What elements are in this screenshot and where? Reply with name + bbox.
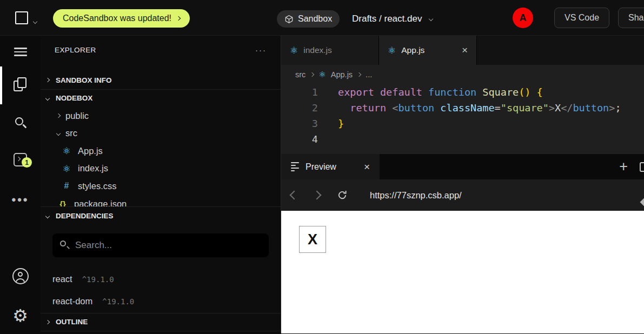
account-button[interactable] (0, 264, 41, 288)
dependency-row-react-dom[interactable]: react-dom ^19.1.0 (41, 290, 281, 312)
chevron-right-icon (45, 78, 50, 82)
breadcrumb-folder[interactable]: src (295, 70, 306, 79)
preview-content: X (281, 211, 644, 333)
sparkle-icon[interactable] (640, 198, 644, 207)
chevron-right-icon (357, 72, 361, 76)
tree-item-label: src (65, 128, 77, 138)
react-file-icon: ⚛ (318, 70, 326, 79)
workspace-menu-chevron[interactable] (34, 16, 37, 25)
project-breadcrumb[interactable]: Drafts / react.dev (352, 11, 433, 27)
tree-item-app-js[interactable]: ⚛ App.js (41, 142, 281, 160)
section-nodebox[interactable]: NODEBOX (41, 90, 281, 108)
close-icon[interactable]: × (364, 161, 370, 173)
sandbox-badge-label: Sandbox (298, 14, 332, 24)
explorer-view-button[interactable] (0, 72, 41, 96)
layout-icon[interactable] (640, 162, 644, 172)
tree-item-index-js[interactable]: ⚛ index.js (41, 160, 281, 178)
preview-tab-label: Preview (306, 162, 336, 172)
square-button[interactable]: X (299, 226, 326, 253)
terminal-view-button[interactable]: 1 (0, 148, 41, 171)
chevron-right-icon (56, 113, 61, 118)
sandbox-badge[interactable]: Sandbox (277, 10, 340, 28)
breadcrumb-more[interactable]: ... (366, 70, 372, 79)
dependency-version: ^19.1.0 (102, 297, 134, 306)
react-file-icon: ⚛ (61, 163, 72, 174)
tab-app-js[interactable]: ⚛ App.js × (379, 36, 477, 65)
activity-bar: 1 ••• ⚙ (0, 36, 41, 333)
tree-item-public[interactable]: public (41, 107, 281, 125)
code-editor[interactable]: 1234 export default function Square() { … (281, 84, 644, 154)
update-banner[interactable]: CodeSandbox was updated! (53, 9, 190, 28)
section-label: SANDBOX INFO (56, 76, 112, 84)
section-label: NODEBOX (56, 94, 92, 102)
section-dependencies[interactable]: DEPENDENCIES (41, 207, 281, 225)
update-banner-label: CodeSandbox was updated! (63, 14, 171, 23)
forward-button[interactable] (313, 191, 322, 200)
ellipsis-icon: ••• (11, 193, 29, 207)
explorer-more-button[interactable]: ··· (255, 45, 267, 55)
explorer-title: EXPLORER (55, 46, 96, 54)
tab-preview[interactable]: Preview × (281, 154, 380, 179)
tree-item-package-json[interactable]: {} package.json (41, 195, 281, 207)
chevron-down-icon (56, 131, 61, 136)
dependency-row-react[interactable]: react ^19.1.0 (41, 268, 281, 290)
close-icon[interactable]: × (462, 44, 468, 56)
terminal-badge: 1 (22, 157, 32, 168)
tab-index-js[interactable]: ⚛ index.js (281, 36, 379, 65)
section-outline[interactable]: OUTLINE (41, 313, 281, 331)
explorer-header: EXPLORER ··· (41, 36, 281, 64)
settings-button[interactable]: ⚙ (0, 304, 41, 328)
dependency-version: ^19.1.0 (82, 275, 114, 284)
search-view-button[interactable] (0, 111, 41, 135)
chevron-right-icon (176, 16, 181, 21)
share-button-label: Share (628, 13, 644, 23)
files-icon (14, 77, 28, 91)
avatar-letter: A (520, 12, 527, 24)
tree-item-src[interactable]: src (41, 125, 281, 143)
react-file-icon: ⚛ (388, 45, 396, 56)
dependency-search-input[interactable] (75, 240, 261, 251)
tree-item-styles-css[interactable]: # styles.css (41, 177, 281, 195)
section-sandbox-info[interactable]: SANDBOX INFO (41, 71, 281, 89)
section-label: OUTLINE (56, 318, 88, 326)
avatar[interactable]: A (513, 8, 533, 28)
chevron-right-icon (310, 72, 314, 76)
search-icon (14, 116, 28, 130)
dependency-search (52, 233, 269, 257)
chevron-down-icon (45, 213, 50, 218)
code-lines: export default function Square() { retur… (318, 84, 621, 154)
share-button[interactable]: Share (618, 8, 644, 28)
editor-tab-bar: ⚛ index.js ⚛ App.js × (281, 36, 644, 65)
menu-button[interactable] (0, 40, 41, 64)
tree-item-label: styles.css (78, 181, 117, 191)
search-icon (60, 241, 70, 250)
hamburger-icon (14, 45, 27, 58)
json-file-icon: {} (57, 199, 69, 207)
react-file-icon: ⚛ (61, 145, 72, 156)
vscode-button[interactable]: VS Code (554, 8, 609, 28)
refresh-icon[interactable] (336, 189, 348, 201)
more-views-button[interactable]: ••• (0, 188, 41, 212)
codesandbox-logo-icon[interactable] (15, 11, 28, 24)
cube-icon (284, 15, 294, 24)
vscode-button-label: VS Code (565, 13, 599, 23)
tree-item-label: package.json (74, 199, 127, 207)
back-button[interactable] (290, 191, 299, 200)
add-pane-button[interactable]: + (619, 158, 628, 175)
gear-icon: ⚙ (12, 307, 28, 324)
breadcrumb-file[interactable]: App.js (331, 70, 353, 79)
top-bar: CodeSandbox was updated! Sandbox Drafts … (0, 0, 644, 36)
dependency-name: react (52, 274, 72, 284)
tree-item-clipped-wrapper: {} package.json (41, 195, 281, 207)
tree-item-label: public (65, 111, 89, 121)
css-file-icon: # (61, 181, 72, 191)
code-gutter: 1234 (281, 84, 318, 154)
preview-tab-bar: Preview × + (281, 154, 644, 179)
chevron-down-icon (429, 17, 433, 21)
preview-url[interactable]: https://77sznp.csb.app/ (370, 190, 462, 201)
section-label: DEPENDENCIES (56, 212, 114, 220)
preview-task-icon (291, 161, 299, 173)
codesandbox-window: CodeSandbox was updated! Sandbox Drafts … (0, 0, 644, 334)
breadcrumb: src ⚛ App.js ... (281, 65, 644, 84)
explorer-panel: EXPLORER ··· SANDBOX INFO NODEBOX public… (41, 36, 281, 333)
